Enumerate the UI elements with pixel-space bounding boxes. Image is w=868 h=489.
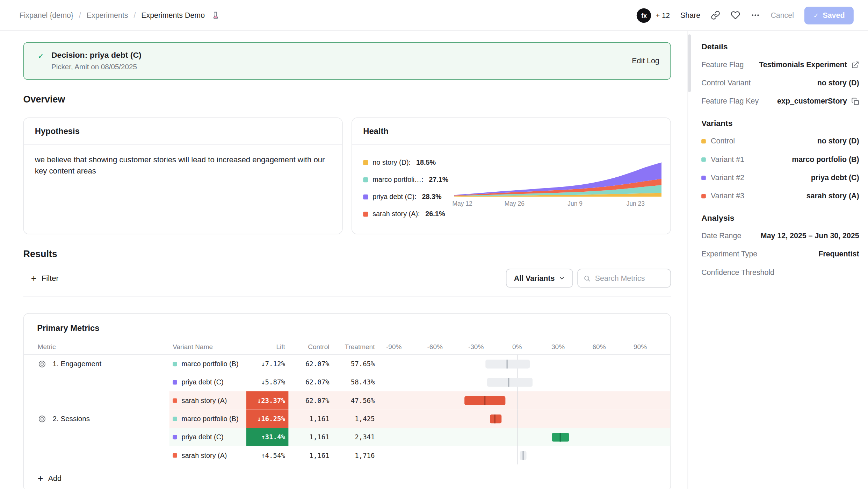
more-options-icon[interactable] [751,10,760,20]
breadcrumb: Fixpanel {demo}/Experiments/Experiments … [19,11,219,20]
plus-icon: + [31,274,37,283]
sidebar-row: Control Variantno story (D) [701,79,859,87]
metric-row[interactable]: priya debt (C)↑31.4%1,1612,341 [24,428,670,446]
axis-tick-label: -60% [427,343,442,351]
axis-tick-label: 30% [551,343,565,351]
control-cell: 1,161 [288,410,332,428]
treatment-cell: 1,716 [332,446,376,464]
external-link-icon[interactable] [851,61,859,68]
metric-row[interactable]: 2. Sessionsmarco portfolio (B)↓16.25%1,1… [24,410,670,428]
legend-name: marco portfoli…: [372,176,423,183]
sidebar-row-label: Variant #2 [701,173,744,182]
col-header-treatment: Treatment [332,343,376,351]
sidebar-row: Variant #2priya debt (C) [701,173,859,182]
sidebar-row: Confidence Threshold [701,268,859,277]
variant-swatch [173,417,177,421]
breadcrumb-item[interactable]: Fixpanel {demo} [19,11,73,20]
sidebar-row-value: priya debt (C) [811,173,859,182]
legend-name: no story (D): [372,158,411,166]
analysis-heading: Analysis [701,213,859,222]
metric-cell: 2. Sessions [24,410,169,428]
overview-heading: Overview [23,94,671,105]
favorite-heart-icon[interactable] [731,10,740,20]
experiments-page: Fixpanel {demo}/Experiments/Experiments … [0,0,868,489]
variant-name: priya debt (C) [182,433,224,441]
metric-row[interactable]: priya debt (C)↓5.87%62.07%58.43% [24,373,670,391]
metric-row-values: marco portfolio (B)↓7.12%62.07%57.65% [169,355,671,373]
table-header: MetricVariant NameLiftControlTreatment-9… [24,340,670,355]
metric-row[interactable]: sarah story (A)↑4.54%1,1611,716 [24,446,670,464]
legend-item: marco portfoli…:27.1% [363,176,454,183]
variant-cell: marco portfolio (B) [169,355,246,373]
sidebar-row-value: no story (D) [817,137,859,145]
cancel-button[interactable]: Cancel [771,11,794,20]
results-toolbar: + Filter All Variants [23,269,671,288]
saved-button[interactable]: ✓ Saved [804,6,854,24]
add-filter-button[interactable]: + Filter [31,274,59,283]
lift-cell: ↓7.12% [246,355,288,373]
metric-target-icon [38,359,46,368]
sidebar-row-value: May 12, 2025 – Jun 30, 2025 [761,232,859,240]
metric-row-values: sarah story (A)↑4.54%1,1611,716 [169,446,671,464]
check-icon: ✓ [813,11,819,19]
variant-name: marco portfolio (B) [182,415,239,423]
metric-cell: 1. Engagement [24,355,169,373]
add-metric-button[interactable]: + Add [24,465,62,488]
copy-link-icon[interactable] [711,10,720,20]
table-body: 1. Engagementmarco portfolio (B)↓7.12%62… [24,355,670,465]
hypothesis-card: Hypothesis we believe that showing custo… [23,118,343,234]
sidebar-row-value: exp_customerStory [777,97,859,105]
variants-dropdown[interactable]: All Variants [506,269,573,288]
confidence-chart-cell [376,355,671,373]
search-input[interactable] [595,274,665,282]
metric-row-values: priya debt (C)↑31.4%1,1612,341 [169,428,671,446]
variant-name: marco portfolio (B) [182,360,239,368]
collaborators-count[interactable]: + 12 [656,11,670,20]
x-axis-label: May 12 [452,200,472,207]
results-heading: Results [23,249,671,260]
scrollbar-thumb[interactable] [688,34,691,92]
metric-row[interactable]: 1. Engagementmarco portfolio (B)↓7.12%62… [24,355,670,373]
sidebar-row-label: Variant #3 [701,192,744,200]
treatment-cell: 2,341 [332,428,376,446]
edit-log-button[interactable]: Edit Log [632,57,659,65]
control-cell: 62.07% [288,373,332,391]
variant-name: sarah story (A) [182,396,227,404]
metric-row-values: sarah story (A)↓23.37%62.07%47.56% [169,391,671,409]
search-icon [584,274,591,282]
sidebar-row-label: Control Variant [701,79,751,87]
sidebar-row-label: Control [701,137,735,145]
legend-item: no story (D):18.5% [363,158,454,166]
decision-banner: ✓ Decision: priya debt (C) Picker, Amit … [23,42,671,80]
variant-cell: sarah story (A) [169,391,246,409]
primary-metrics-title: Primary Metrics [24,314,670,340]
health-legend: no story (D):18.5%marco portfoli…:27.1%p… [363,158,454,227]
sidebar-row-value: no story (D) [817,79,859,87]
lift-point-marker [559,432,560,441]
metric-name: 1. Engagement [52,360,101,368]
primary-metrics-card: Primary Metrics MetricVariant NameLiftCo… [23,313,671,489]
variants-dropdown-label: All Variants [514,274,555,282]
decision-check-icon: ✓ [38,51,44,60]
variant-cell: priya debt (C) [169,373,246,391]
legend-name: priya debt (C): [372,193,416,200]
treatment-cell: 47.56% [332,391,376,409]
details-section: Details Feature FlagTestimonials Experim… [701,42,859,105]
confidence-interval-bar [487,378,533,387]
breadcrumb-separator: / [133,11,136,20]
breadcrumb-item[interactable]: Experiments [87,11,128,20]
avatar[interactable]: fx [637,8,651,22]
lift-cell: ↓16.25% [246,410,288,428]
lift-cell: ↑31.4% [246,428,288,446]
metric-row[interactable]: sarah story (A)↓23.37%62.07%47.56% [24,391,670,409]
variant-cell: sarah story (A) [169,446,246,464]
col-header-control: Control [288,343,332,351]
sidebar-row-value: Frequentist [818,250,859,258]
health-chart: May 12May 26Jun 9Jun 23 [454,156,661,227]
sidebar-row: Controlno story (D) [701,137,859,145]
share-button[interactable]: Share [680,11,700,20]
metric-cell [24,373,169,391]
copy-icon[interactable] [851,97,859,105]
breadcrumb-item[interactable]: Experiments Demo [141,11,205,20]
sidebar-row-label: Confidence Threshold [701,268,774,277]
